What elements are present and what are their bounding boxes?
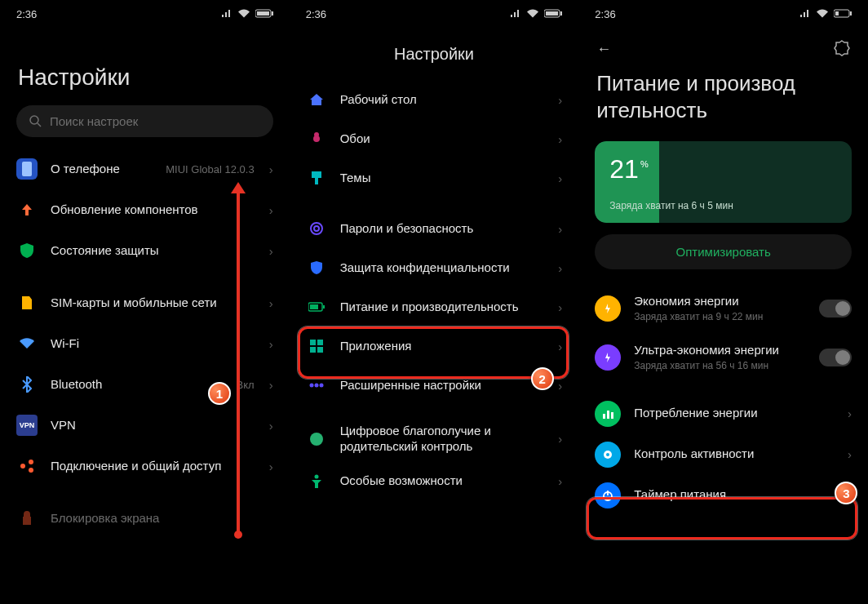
- svg-point-27: [319, 384, 323, 388]
- wifi-icon: [526, 8, 539, 20]
- svg-rect-2: [257, 11, 269, 16]
- page-title: Настройки: [2, 25, 288, 102]
- row-themes[interactable]: Темы ›: [291, 158, 578, 198]
- row-security-status[interactable]: Состояние защиты ›: [2, 230, 288, 271]
- row-passwords[interactable]: Пароли и безопасность ›: [291, 209, 578, 248]
- status-bar: 2:36: [2, 0, 288, 25]
- row-power-timer[interactable]: Таймер питания ›: [580, 475, 866, 516]
- status-bar: 2:36: [291, 0, 578, 25]
- row-home[interactable]: Рабочий стол ›: [291, 80, 578, 119]
- row-apps[interactable]: Приложения ›: [291, 326, 578, 366]
- svg-rect-5: [22, 162, 32, 176]
- ultra-saver-icon: [595, 344, 621, 371]
- battery-card[interactable]: 21% Заряда хватит на 6 ч 5 мин: [595, 141, 852, 223]
- row-label: Экономия энергии: [634, 294, 806, 309]
- chevron-right-icon: ›: [269, 203, 273, 217]
- svg-point-28: [310, 433, 323, 446]
- svg-rect-19: [323, 305, 325, 309]
- chevron-right-icon: ›: [558, 93, 562, 107]
- activity-icon: [595, 442, 621, 468]
- row-bluetooth[interactable]: Bluetooth Вкл ›: [2, 364, 288, 405]
- battery-icon: [255, 8, 273, 20]
- annotation-badge-2: 2: [531, 367, 554, 390]
- more-icon: [306, 375, 327, 396]
- row-label: Обновление компонентов: [51, 202, 256, 218]
- row-label: Пароли и безопасность: [340, 221, 546, 237]
- chevron-right-icon: ›: [269, 460, 273, 473]
- row-label: VPN: [51, 418, 256, 433]
- svg-point-25: [309, 384, 313, 388]
- flower-icon: [306, 128, 327, 149]
- row-sub: Заряда хватит на 9 ч 22 мин: [634, 311, 806, 323]
- row-label: Wi-Fi: [51, 336, 256, 352]
- svg-rect-34: [603, 414, 605, 419]
- svg-rect-11: [546, 11, 558, 16]
- battery-icon: [834, 8, 852, 20]
- svg-rect-31: [850, 11, 852, 16]
- search-icon: [29, 115, 42, 127]
- toggle-switch[interactable]: [819, 300, 852, 318]
- home-icon: [306, 89, 327, 110]
- row-wifi[interactable]: Wi-Fi ›: [2, 323, 288, 364]
- chevron-right-icon: ›: [269, 162, 273, 176]
- row-activity-control[interactable]: Контроль активности ›: [580, 434, 866, 475]
- chevron-right-icon: ›: [558, 300, 562, 314]
- battery-saver-icon: [595, 295, 621, 322]
- optimize-button[interactable]: Оптимизировать: [595, 234, 852, 269]
- back-button[interactable]: ←: [596, 41, 611, 58]
- status-icons: [221, 8, 273, 20]
- row-wallpaper[interactable]: Обои ›: [291, 119, 578, 158]
- phone-screen-3: 2:36 ← Питание и производ ительность 21%…: [578, 0, 868, 604]
- search-input[interactable]: Поиск настроек: [16, 105, 273, 137]
- svg-point-6: [20, 464, 25, 469]
- svg-point-29: [314, 474, 318, 478]
- row-sim[interactable]: SIM-карты и мобильные сети ›: [2, 282, 288, 323]
- svg-point-38: [606, 453, 609, 456]
- chevron-right-icon: ›: [558, 340, 562, 353]
- row-lockscreen[interactable]: Блокировка экрана: [2, 498, 288, 539]
- chevron-right-icon: ›: [269, 296, 273, 310]
- vpn-icon: VPN: [16, 415, 38, 436]
- wifi-icon: [237, 8, 250, 20]
- chevron-right-icon: ›: [558, 222, 562, 236]
- row-label: Приложения: [340, 339, 546, 354]
- row-sharing[interactable]: Подключение и общий доступ ›: [2, 446, 288, 486]
- row-label: Потребление энергии: [634, 406, 835, 421]
- row-battery-performance[interactable]: Питание и производительность ›: [291, 287, 578, 326]
- battery-estimate: Заряда хватит на 6 ч 5 мин: [609, 200, 733, 211]
- svg-rect-15: [315, 178, 318, 184]
- row-consumption[interactable]: Потребление энергии ›: [580, 393, 866, 434]
- svg-rect-21: [310, 340, 316, 345]
- battery-row-icon: [306, 296, 327, 318]
- gear-icon[interactable]: [834, 40, 850, 59]
- row-vpn[interactable]: VPN VPN ›: [2, 405, 288, 446]
- search-placeholder: Поиск настроек: [50, 114, 138, 128]
- row-battery-saver[interactable]: Экономия энергии Заряда хватит на 9 ч 22…: [580, 284, 866, 333]
- toggle-switch[interactable]: [819, 349, 852, 366]
- svg-rect-23: [310, 347, 316, 353]
- bluetooth-icon: [16, 374, 38, 395]
- svg-rect-10: [560, 11, 562, 16]
- row-privacy[interactable]: Защита конфиденциальности ›: [291, 248, 578, 287]
- chevron-right-icon: ›: [848, 447, 852, 461]
- lock-icon: [16, 508, 38, 529]
- row-wellbeing[interactable]: Цифровое благополучие и родительский кон…: [291, 416, 578, 462]
- row-value: MIUI Global 12.0.3: [166, 163, 254, 175]
- svg-rect-35: [607, 411, 609, 419]
- row-accessibility[interactable]: Особые возможности ›: [291, 462, 578, 501]
- row-label: SIM-карты и мобильные сети: [51, 295, 256, 311]
- row-updates[interactable]: Обновление компонентов ›: [2, 189, 288, 230]
- svg-point-17: [314, 226, 319, 231]
- status-icons: [799, 8, 852, 20]
- svg-point-16: [311, 223, 322, 234]
- brush-icon: [306, 167, 327, 189]
- header-bar: ←: [580, 25, 866, 65]
- chevron-right-icon: ›: [269, 378, 273, 392]
- chevron-right-icon: ›: [558, 171, 562, 185]
- chevron-right-icon: ›: [558, 261, 562, 275]
- wifi-row-icon: [16, 333, 38, 354]
- status-time: 2:36: [595, 8, 615, 20]
- row-label: Ультра-экономия энергии: [634, 343, 806, 358]
- row-label: Особые возможности: [340, 473, 546, 489]
- row-ultra-saver[interactable]: Ультра-экономия энергии Заряда хватит на…: [580, 333, 866, 382]
